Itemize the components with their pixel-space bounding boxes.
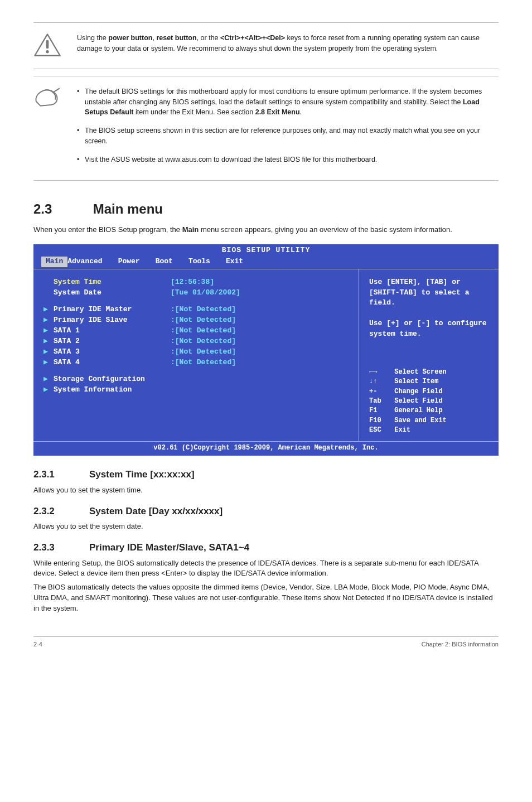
bios-row-label: SATA 3 <box>54 347 171 357</box>
bios-row[interactable]: ▶Storage Configuration <box>43 374 351 385</box>
note-item: The BIOS setup screens shown in this sec… <box>77 125 493 147</box>
bios-title: BIOS SETUP UTILITY <box>33 244 499 256</box>
bios-row[interactable]: ▶Primary IDE Master:[Not Detected] <box>43 305 351 315</box>
subsection-body: The BIOS automatically detects the value… <box>33 582 499 614</box>
bios-nav-key: ESC <box>369 426 390 435</box>
bios-row-label: SATA 4 <box>54 357 171 368</box>
bios-nav-label: Exit <box>390 426 410 434</box>
triangle-icon: ▶ <box>43 305 54 315</box>
bios-nav-label: Select Field <box>390 397 443 405</box>
bios-nav-key: Tab <box>369 397 390 406</box>
bios-nav-label: Select Item <box>390 378 438 385</box>
subsection-number: 2.3.2 <box>33 505 89 519</box>
triangle-icon: ▶ <box>43 385 54 395</box>
bios-row-label: Storage Configuration <box>54 374 171 385</box>
bios-row-label: System Information <box>54 385 171 395</box>
section-lead: When you enter the BIOS Setup program, t… <box>33 225 499 235</box>
bios-row-value: :[Not Detected] <box>171 326 236 336</box>
bios-tab-power[interactable]: Power <box>118 257 156 267</box>
subsection-number: 2.3.3 <box>33 541 89 555</box>
bios-nav-item: F1 General Help <box>369 406 489 416</box>
note-callout: The default BIOS settings for this mothe… <box>33 86 499 173</box>
bios-row[interactable]: ▶SATA 3:[Not Detected] <box>43 347 351 357</box>
note-item: The default BIOS settings for this mothe… <box>77 86 493 118</box>
bios-row[interactable]: System Date[Tue 01/08/2002] <box>43 288 351 298</box>
bios-row[interactable]: ▶SATA 2:[Not Detected] <box>43 336 351 347</box>
subsection-body: While entering Setup, the BIOS automatic… <box>33 558 499 579</box>
note-list: The default BIOS settings for this mothe… <box>77 86 493 165</box>
triangle-icon: ▶ <box>43 315 54 326</box>
subsection-heading: 2.3.1System Time [xx:xx:xx] <box>33 468 499 482</box>
bios-nav-label: Select Screen <box>390 368 447 376</box>
chapter-label: Chapter 2: BIOS information <box>422 640 499 649</box>
bios-row-value: :[Not Detected] <box>171 336 236 347</box>
bios-nav-item: ←→ Select Screen <box>369 368 489 377</box>
bios-nav-key: F1 <box>369 406 390 416</box>
bios-row[interactable]: ▶SATA 4:[Not Detected] <box>43 357 351 368</box>
triangle-icon: ▶ <box>43 347 54 357</box>
bios-nav-label: Save and Exit <box>390 417 447 424</box>
svg-rect-1 <box>46 40 49 49</box>
subsection-title: Primary IDE Master/Slave, SATA1~4 <box>89 541 249 555</box>
bios-help-1: Use [ENTER], [TAB] or [SHIFT-TAB] to sel… <box>369 277 489 309</box>
bios-menubar: MainAdvancedPowerBootToolsExit <box>33 256 499 269</box>
subsection-heading: 2.3.3Primary IDE Master/Slave, SATA1~4 <box>33 541 499 555</box>
bios-row-label: Primary IDE Master <box>54 305 171 315</box>
warning-text: Using the power button, reset button, or… <box>77 33 493 54</box>
bios-nav-item: F10 Save and Exit <box>369 416 489 426</box>
bios-panel: BIOS SETUP UTILITY MainAdvancedPowerBoot… <box>33 244 499 456</box>
bios-row-value: [12:56:38] <box>171 277 214 288</box>
bios-row-label: System Date <box>54 288 171 298</box>
bios-nav-label: Change Field <box>390 388 443 395</box>
bios-row-value: :[Not Detected] <box>171 347 236 357</box>
bios-nav-key: ←→ <box>369 368 390 377</box>
bios-row[interactable]: System Time[12:56:38] <box>43 277 351 288</box>
section-title: Main menu <box>93 201 163 216</box>
warning-icon <box>33 33 61 61</box>
bios-row-label: SATA 2 <box>54 336 171 347</box>
bios-tab-tools[interactable]: Tools <box>188 257 226 267</box>
bios-row-label: System Time <box>54 277 171 288</box>
page-number: 2-4 <box>33 640 42 649</box>
subsection-body: Allows you to set the system time. <box>33 485 499 496</box>
bios-tab-boot[interactable]: Boot <box>156 257 188 267</box>
triangle-icon <box>43 277 54 288</box>
bios-nav-key: F10 <box>369 416 390 426</box>
subsection-number: 2.3.1 <box>33 468 89 482</box>
subsection-title: System Time [xx:xx:xx] <box>89 468 195 482</box>
triangle-icon <box>43 288 54 298</box>
bios-nav-item: ↓↑ Select Item <box>369 377 489 386</box>
subsection-heading: 2.3.2System Date [Day xx/xx/xxxx] <box>33 505 499 519</box>
bios-right-pane: Use [ENTER], [TAB] or [SHIFT-TAB] to sel… <box>359 269 499 441</box>
bios-nav-item: Tab Select Field <box>369 397 489 406</box>
triangle-icon: ▶ <box>43 374 54 385</box>
triangle-icon: ▶ <box>43 326 54 336</box>
bios-row[interactable]: ▶Primary IDE Slave:[Not Detected] <box>43 315 351 326</box>
bios-nav-item: ESC Exit <box>369 426 489 435</box>
bios-row-value: :[Not Detected] <box>171 357 236 368</box>
note-item: Visit the ASUS website at www.asus.com t… <box>77 154 493 165</box>
bios-row-value: [Tue 01/08/2002] <box>171 288 240 298</box>
bios-row[interactable]: ▶SATA 1:[Not Detected] <box>43 326 351 336</box>
bios-tab-exit[interactable]: Exit <box>226 257 259 267</box>
warning-callout: Using the power button, reset button, or… <box>33 33 499 61</box>
subsection-title: System Date [Day xx/xx/xxxx] <box>89 505 223 519</box>
bios-nav: ←→ Select Screen↓↑ Select Item+- Change … <box>369 368 489 436</box>
bios-tab-main[interactable]: Main <box>41 257 67 267</box>
note-icon <box>33 86 61 111</box>
bios-footer: v02.61 (C)Copyright 1985-2009, American … <box>33 442 499 456</box>
svg-point-2 <box>46 50 49 53</box>
bios-row[interactable]: ▶System Information <box>43 385 351 395</box>
bios-help-2: Use [+] or [-] to configure system time. <box>369 318 489 340</box>
bios-nav-label: General Help <box>390 407 443 414</box>
bios-tab-advanced[interactable]: Advanced <box>67 257 118 267</box>
bios-left-pane: System Time[12:56:38]System Date[Tue 01/… <box>33 269 359 441</box>
section-heading: 2.3 Main menu <box>33 200 499 219</box>
page-footer: 2-4 Chapter 2: BIOS information <box>33 636 499 649</box>
bios-row-value: :[Not Detected] <box>171 305 236 315</box>
bios-row-value: :[Not Detected] <box>171 315 236 326</box>
bios-nav-key: ↓↑ <box>369 377 390 386</box>
bios-nav-item: +- Change Field <box>369 387 489 397</box>
bios-row-label: SATA 1 <box>54 326 171 336</box>
subsection-body: Allows you to set the system date. <box>33 521 499 532</box>
